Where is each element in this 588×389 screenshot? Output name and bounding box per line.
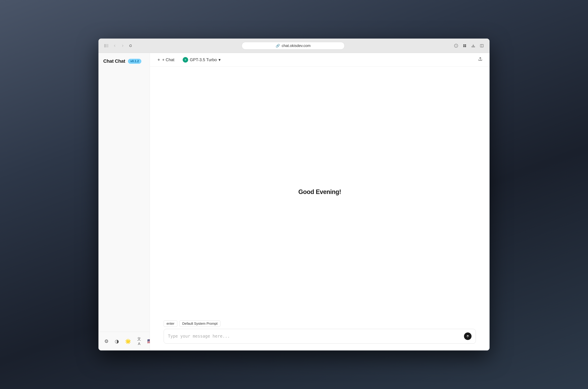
browser-chrome: 🔗 chat.okisdev.com [99, 38, 489, 53]
new-chat-label: + Chat [162, 57, 174, 62]
app-title: Chat Chat [103, 59, 125, 64]
svg-rect-6 [465, 46, 466, 47]
forward-button[interactable] [120, 43, 125, 48]
theme-button[interactable]: ◑ [114, 337, 120, 345]
browser-controls [103, 43, 133, 48]
browser-actions [453, 43, 485, 49]
settings-button[interactable]: ⚙ [103, 337, 110, 345]
new-chat-button[interactable]: + + Chat [155, 56, 177, 64]
star-icon: 🌟 [125, 338, 131, 344]
enter-hint-label: enter [167, 322, 175, 325]
chat-header-left: + + Chat GPT-3.5 Turbo ▾ [155, 56, 223, 64]
svg-rect-1 [106, 44, 109, 47]
chevron-down-icon: ▾ [219, 57, 220, 62]
url-text: chat.okisdev.com [282, 43, 310, 48]
message-input[interactable] [168, 333, 461, 340]
info-button[interactable] [453, 43, 459, 49]
input-hints: enter Default System Prompt [164, 321, 476, 327]
downloads-button[interactable] [470, 43, 476, 49]
system-prompt-chip[interactable]: Default System Prompt [180, 321, 220, 327]
theme-icon: ◑ [115, 338, 119, 344]
send-button[interactable] [464, 332, 472, 340]
url-display[interactable]: 🔗 chat.okisdev.com [242, 42, 345, 50]
sidebar-footer: ⚙ ◑ 🌟 文A 🇺🇸 [99, 332, 150, 351]
sidebar-toggle-button[interactable] [103, 43, 110, 48]
model-selector-button[interactable]: GPT-3.5 Turbo ▾ [181, 56, 223, 64]
chat-header: + + Chat GPT-3.5 Turbo ▾ [150, 53, 489, 67]
emoji-button[interactable]: 🌟 [124, 337, 132, 345]
main-area: + + Chat GPT-3.5 Turbo ▾ [150, 53, 489, 351]
model-icon [183, 57, 188, 63]
translate-button[interactable]: 文A [136, 335, 142, 347]
svg-rect-5 [463, 46, 465, 47]
sidebar: Chat Chat v0.1.2 ⚙ ◑ 🌟 文A [99, 53, 150, 351]
extension-button[interactable] [462, 43, 468, 49]
sidebar-content [99, 68, 150, 332]
address-bar: 🔗 chat.okisdev.com [137, 42, 450, 50]
chat-input-area: enter Default System Prompt [150, 317, 489, 351]
sidebar-header: Chat Chat v0.1.2 [99, 53, 150, 68]
plus-icon: + [157, 57, 160, 62]
enter-hint-chip[interactable]: enter [164, 321, 177, 327]
reload-button[interactable] [128, 43, 133, 48]
model-name: GPT-3.5 Turbo [190, 57, 217, 62]
translate-icon: 文A [137, 336, 141, 346]
svg-rect-4 [465, 44, 466, 46]
settings-icon: ⚙ [104, 338, 109, 344]
message-input-container [164, 329, 476, 344]
svg-rect-3 [463, 44, 465, 46]
splitview-button[interactable] [479, 43, 485, 49]
chat-messages: Good Evening! [150, 67, 489, 317]
system-prompt-label: Default System Prompt [182, 322, 218, 325]
browser-window: 🔗 chat.okisdev.com [99, 38, 489, 351]
app-container: Chat Chat v0.1.2 ⚙ ◑ 🌟 文A [99, 53, 489, 351]
back-button[interactable] [112, 43, 117, 48]
version-badge: v0.1.2 [128, 59, 141, 64]
share-button[interactable] [477, 55, 484, 64]
greeting-text: Good Evening! [298, 188, 341, 195]
svg-rect-7 [472, 46, 475, 47]
svg-rect-0 [104, 44, 106, 47]
link-icon: 🔗 [276, 44, 280, 48]
